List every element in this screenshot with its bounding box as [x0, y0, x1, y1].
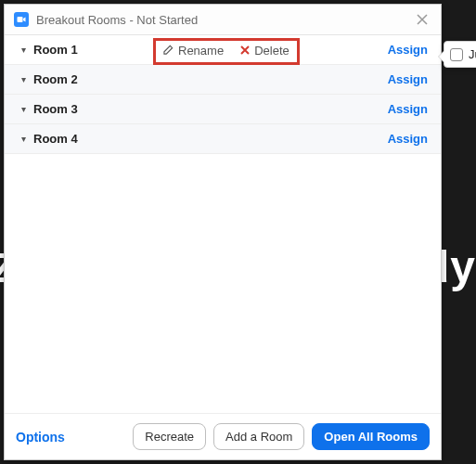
recreate-button[interactable]: Recreate — [133, 423, 206, 450]
participant-name: Judy — [469, 47, 476, 61]
room-name: Room 1 — [33, 43, 78, 57]
delete-button[interactable]: Delete — [240, 44, 289, 58]
room-row[interactable]: ▾ Room 4 Assign — [5, 124, 441, 154]
assign-link[interactable]: Assign — [388, 72, 428, 86]
close-button[interactable] — [413, 10, 431, 29]
room-name: Room 4 — [33, 132, 78, 146]
room-name: Room 3 — [33, 102, 78, 116]
x-icon — [240, 44, 250, 58]
caret-down-icon: ▾ — [21, 134, 26, 144]
rename-label: Rename — [178, 44, 224, 58]
assign-link[interactable]: Assign — [388, 102, 428, 116]
row-actions-highlight: Rename Delete — [153, 38, 300, 65]
room-row[interactable]: ▾ Room 2 Assign — [5, 65, 441, 95]
dialog-title: Breakout Rooms - Not Started — [36, 13, 413, 27]
assign-popover: Judy — [444, 41, 476, 68]
caret-down-icon: ▾ — [21, 45, 26, 55]
zoom-app-icon — [14, 12, 29, 27]
open-all-rooms-button[interactable]: Open All Rooms — [312, 423, 430, 450]
rename-button[interactable]: Rename — [163, 44, 224, 58]
breakout-rooms-dialog: Breakout Rooms - Not Started ▾ Room 1 As… — [4, 4, 442, 460]
dialog-footer: Options Recreate Add a Room Open All Roo… — [5, 413, 441, 459]
room-name: Room 2 — [33, 72, 78, 86]
participant-checkbox[interactable] — [450, 48, 463, 61]
assign-link[interactable]: Assign — [388, 43, 428, 57]
add-room-button[interactable]: Add a Room — [213, 423, 304, 450]
caret-down-icon: ▾ — [21, 104, 26, 114]
room-row[interactable]: ▾ Room 3 Assign — [5, 95, 441, 124]
svg-rect-0 — [18, 17, 23, 22]
caret-down-icon: ▾ — [21, 74, 26, 84]
titlebar: Breakout Rooms - Not Started — [5, 5, 441, 35]
dialog-body — [5, 154, 441, 413]
assign-link[interactable]: Assign — [388, 132, 428, 146]
delete-label: Delete — [254, 44, 289, 58]
options-link[interactable]: Options — [16, 430, 65, 445]
pencil-icon — [163, 44, 174, 58]
